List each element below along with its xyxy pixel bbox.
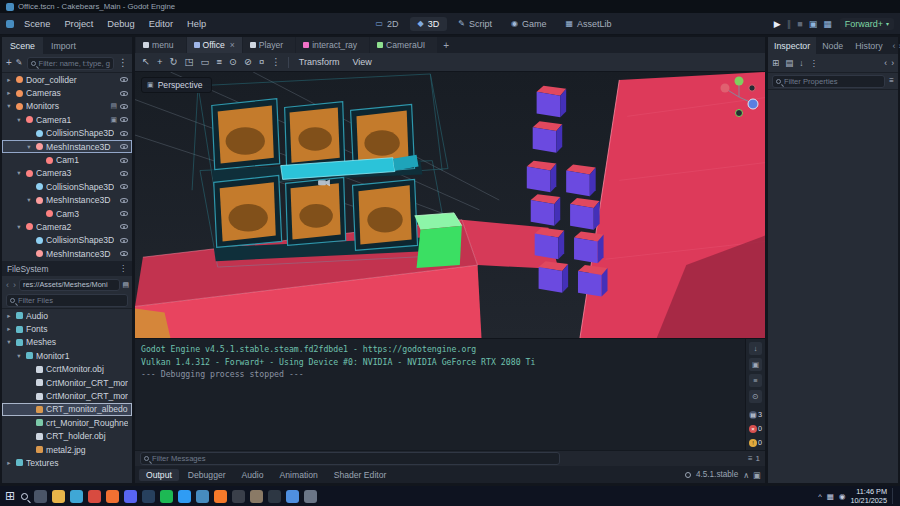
scene-tree-row[interactable]: ▸ Cameras xyxy=(2,86,132,99)
tree-expand-arrow[interactable]: ▸ xyxy=(5,312,13,320)
save-resource-button[interactable]: ↓ xyxy=(799,59,803,68)
stop-button[interactable]: ■ xyxy=(797,19,802,29)
extra-tools-menu[interactable]: ⋮ xyxy=(271,57,281,67)
errors-count-badge[interactable]: × 0 xyxy=(749,424,762,433)
obs-icon[interactable] xyxy=(232,490,245,503)
snap-tool[interactable]: ¤ xyxy=(259,57,264,67)
scene-tree-row[interactable]: CollisionShape3D xyxy=(2,234,132,247)
warnings-count-badge[interactable]: ! 0 xyxy=(749,438,762,447)
godot-icon[interactable] xyxy=(196,490,209,503)
visibility-eye-icon[interactable] xyxy=(120,251,128,256)
filesystem-row[interactable]: ▾ Meshes xyxy=(2,336,132,349)
filesystem-row[interactable]: ▸ Audio xyxy=(2,309,132,322)
task-view-icon[interactable] xyxy=(34,490,47,503)
renderer-select[interactable]: Forward+ ▾ xyxy=(840,18,894,30)
property-filter-options-icon[interactable]: ≡ xyxy=(889,77,894,85)
chrome-icon[interactable] xyxy=(88,490,101,503)
vscode-icon[interactable] xyxy=(178,490,191,503)
tree-expand-arrow[interactable]: ▾ xyxy=(25,143,33,151)
scene-tree-row[interactable]: ▸ Door_collider xyxy=(2,73,132,86)
file-explorer-icon[interactable] xyxy=(52,490,65,503)
workspace-game[interactable]: ◉ Game xyxy=(503,17,555,31)
version-label[interactable]: 4.5.1.stable xyxy=(696,470,738,479)
tab-inspector[interactable]: Inspector xyxy=(768,37,816,54)
close-tab-icon[interactable]: × xyxy=(230,40,235,50)
scene-filter-input[interactable]: Filter: name, t:type, g xyxy=(27,57,114,70)
terminal-icon[interactable] xyxy=(268,490,281,503)
filesystem-row[interactable]: ▸ Fonts xyxy=(2,322,132,335)
visibility-eye-icon[interactable] xyxy=(120,91,128,96)
tree-expand-arrow[interactable]: ▸ xyxy=(5,325,13,333)
workspace-2d[interactable]: ▭ 2D xyxy=(367,17,406,31)
new-resource-button[interactable]: ⊞ xyxy=(772,59,779,68)
attach-script-button[interactable]: ✎ xyxy=(16,59,23,67)
taskbar-clock[interactable]: 11:46 PM 10/21/2025 xyxy=(850,487,887,506)
filesystem-row[interactable]: CrtMonitor_CRT_moni... xyxy=(2,389,132,402)
nav-back-button[interactable]: ‹ xyxy=(5,280,10,290)
tree-expand-arrow[interactable]: ▸ xyxy=(5,459,13,467)
transform-menu[interactable]: Transform xyxy=(296,57,343,67)
list-select-tool[interactable]: ≡ xyxy=(216,57,222,67)
scale-tool[interactable]: ◳ xyxy=(185,57,194,67)
tree-expand-arrow[interactable]: ▾ xyxy=(25,196,33,204)
visibility-eye-icon[interactable] xyxy=(120,144,128,149)
filesystem-row[interactable]: ▾ Monitor1 xyxy=(2,349,132,362)
tree-expand-arrow[interactable]: ▾ xyxy=(15,352,23,360)
spotify-icon[interactable] xyxy=(160,490,173,503)
remote-debug-button[interactable]: ▣ xyxy=(809,19,818,29)
menu-editor[interactable]: Editor xyxy=(142,19,180,29)
tabs-scroll-left-icon[interactable]: ‹ xyxy=(893,41,896,51)
tab-import[interactable]: Import xyxy=(43,37,84,54)
tree-expand-arrow[interactable]: ▾ xyxy=(15,223,23,231)
scene-tree-row[interactable]: ▾ Camera2 xyxy=(2,220,132,233)
firefox-icon[interactable] xyxy=(106,490,119,503)
menu-help[interactable]: Help xyxy=(180,19,213,29)
workspace-3d[interactable]: ◆ 3D xyxy=(410,17,448,31)
current-path[interactable]: res://Assets/Meshes/Moni xyxy=(19,279,120,291)
visibility-eye-icon[interactable] xyxy=(120,104,128,109)
taskbar-search-icon[interactable] xyxy=(21,493,28,500)
steam-icon[interactable] xyxy=(142,490,155,503)
discord-icon[interactable] xyxy=(124,490,137,503)
visibility-eye-icon[interactable] xyxy=(120,171,128,176)
messages-count-badge[interactable]: ▤ 3 xyxy=(749,410,762,419)
load-resource-button[interactable]: ▤ xyxy=(785,59,793,68)
scene-tree-row[interactable]: Cam1 xyxy=(2,153,132,166)
viewport-canvas[interactable]: ▣ Perspective xyxy=(135,72,765,338)
filesystem-filter-input[interactable]: Filter Files xyxy=(6,294,128,307)
tab-shader-editor[interactable]: Shader Editor xyxy=(327,469,394,481)
perspective-menu-button[interactable]: ▣ Perspective xyxy=(141,77,212,93)
tree-expand-arrow[interactable]: ▾ xyxy=(5,338,13,346)
show-desktop-button[interactable] xyxy=(892,488,895,504)
scene-tab-interact-ray[interactable]: interact_ray xyxy=(296,37,369,53)
filter-properties-input[interactable]: Filter Properties xyxy=(772,75,885,88)
filesystem-row[interactable]: CRT_holder.obj xyxy=(2,430,132,443)
scene-tree-row[interactable]: ▾ MeshInstance3D xyxy=(2,140,132,153)
scene-tree-row[interactable]: CollisionShape3D xyxy=(2,180,132,193)
pause-button[interactable]: ∥ xyxy=(787,19,792,29)
play-button[interactable]: ▶ xyxy=(774,19,781,29)
tree-expand-arrow[interactable]: ▸ xyxy=(5,76,13,84)
tab-node[interactable]: Node xyxy=(816,37,849,54)
lock-tool[interactable]: ⊙ xyxy=(229,57,237,67)
visibility-eye-icon[interactable] xyxy=(120,224,128,229)
mail-icon[interactable] xyxy=(286,490,299,503)
scene-tab-office[interactable]: Office × xyxy=(187,37,242,53)
history-back-icon[interactable]: ‹ xyxy=(884,59,887,68)
tab-audio[interactable]: Audio xyxy=(235,469,271,481)
menu-debug[interactable]: Debug xyxy=(100,19,141,29)
scene-dock-menu-button[interactable]: ⋮ xyxy=(118,58,128,68)
nav-forward-button[interactable]: › xyxy=(12,280,17,290)
view-menu[interactable]: View xyxy=(349,57,374,67)
filesystem-row[interactable]: ▸ Textures xyxy=(2,456,132,469)
visibility-eye-icon[interactable] xyxy=(120,184,128,189)
scene-tree-row[interactable]: Cam3 xyxy=(2,207,132,220)
menu-project[interactable]: Project xyxy=(57,19,100,29)
scene-tree-row[interactable]: ▾ Camera3 xyxy=(2,167,132,180)
notification-icon[interactable] xyxy=(685,472,691,478)
scene-tree-row[interactable]: ▾ Camera1 ▣ xyxy=(2,113,132,126)
tab-animation[interactable]: Animation xyxy=(273,469,325,481)
tree-expand-arrow[interactable]: ▸ xyxy=(5,89,13,97)
filter-messages-input[interactable]: Filter Messages xyxy=(140,452,560,465)
select-tool[interactable]: ↖ xyxy=(142,57,150,67)
